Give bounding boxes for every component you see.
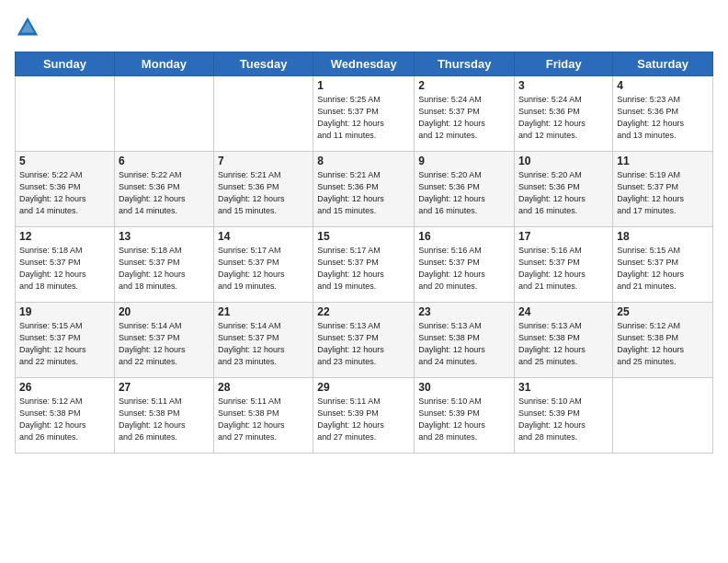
calendar-day-cell: 20Sunrise: 5:14 AM Sunset: 5:37 PM Dayli… (114, 303, 213, 378)
day-number: 8 (317, 155, 410, 167)
day-info: Sunrise: 5:22 AM Sunset: 5:36 PM Dayligh… (119, 169, 210, 217)
calendar-day-cell: 27Sunrise: 5:11 AM Sunset: 5:38 PM Dayli… (114, 378, 213, 454)
page-container: SundayMondayTuesdayWednesdayThursdayFrid… (0, 0, 728, 461)
day-info: Sunrise: 5:25 AM Sunset: 5:37 PM Dayligh… (317, 94, 410, 142)
calendar-week-row: 12Sunrise: 5:18 AM Sunset: 5:37 PM Dayli… (16, 227, 713, 303)
calendar-day-cell: 1Sunrise: 5:25 AM Sunset: 5:37 PM Daylig… (313, 76, 415, 152)
calendar-day-cell: 2Sunrise: 5:24 AM Sunset: 5:37 PM Daylig… (415, 76, 515, 152)
calendar-day-cell: 24Sunrise: 5:13 AM Sunset: 5:38 PM Dayli… (515, 303, 613, 378)
logo-icon (15, 15, 40, 40)
day-number: 11 (617, 155, 709, 167)
calendar-day-cell: 8Sunrise: 5:21 AM Sunset: 5:36 PM Daylig… (313, 152, 415, 227)
day-header: Saturday (613, 52, 713, 76)
day-info: Sunrise: 5:16 AM Sunset: 5:37 PM Dayligh… (418, 245, 510, 293)
day-number: 30 (418, 381, 510, 394)
day-info: Sunrise: 5:21 AM Sunset: 5:36 PM Dayligh… (317, 169, 410, 217)
day-number: 22 (317, 305, 410, 318)
calendar-day-cell: 23Sunrise: 5:13 AM Sunset: 5:38 PM Dayli… (415, 303, 515, 378)
day-number: 23 (418, 305, 510, 318)
day-header: Sunday (16, 52, 115, 76)
day-number: 27 (119, 381, 210, 394)
calendar-day-cell: 30Sunrise: 5:10 AM Sunset: 5:39 PM Dayli… (415, 378, 515, 454)
calendar-table: SundayMondayTuesdayWednesdayThursdayFrid… (15, 52, 713, 454)
calendar-day-cell (213, 76, 313, 152)
day-number: 10 (518, 155, 609, 167)
day-number: 16 (418, 230, 510, 243)
day-info: Sunrise: 5:17 AM Sunset: 5:37 PM Dayligh… (317, 245, 410, 293)
calendar-week-row: 19Sunrise: 5:15 AM Sunset: 5:37 PM Dayli… (16, 303, 713, 378)
day-info: Sunrise: 5:14 AM Sunset: 5:37 PM Dayligh… (218, 320, 309, 368)
day-info: Sunrise: 5:18 AM Sunset: 5:37 PM Dayligh… (119, 245, 210, 293)
calendar-day-cell: 14Sunrise: 5:17 AM Sunset: 5:37 PM Dayli… (213, 227, 313, 303)
day-number: 4 (617, 79, 709, 92)
day-info: Sunrise: 5:19 AM Sunset: 5:37 PM Dayligh… (617, 169, 709, 217)
day-info: Sunrise: 5:20 AM Sunset: 5:36 PM Dayligh… (518, 169, 609, 217)
day-info: Sunrise: 5:24 AM Sunset: 5:36 PM Dayligh… (518, 94, 609, 142)
calendar-day-cell (114, 76, 213, 152)
day-info: Sunrise: 5:16 AM Sunset: 5:37 PM Dayligh… (518, 245, 609, 293)
day-info: Sunrise: 5:20 AM Sunset: 5:36 PM Dayligh… (418, 169, 510, 217)
day-info: Sunrise: 5:17 AM Sunset: 5:37 PM Dayligh… (218, 245, 309, 293)
day-info: Sunrise: 5:11 AM Sunset: 5:39 PM Dayligh… (317, 396, 410, 443)
day-number: 28 (218, 381, 309, 394)
day-number: 17 (518, 230, 609, 243)
day-info: Sunrise: 5:15 AM Sunset: 5:37 PM Dayligh… (617, 245, 709, 293)
calendar-day-cell: 19Sunrise: 5:15 AM Sunset: 5:37 PM Dayli… (16, 303, 115, 378)
calendar-header: SundayMondayTuesdayWednesdayThursdayFrid… (16, 52, 713, 76)
day-number: 19 (19, 305, 110, 318)
calendar-day-cell: 3Sunrise: 5:24 AM Sunset: 5:36 PM Daylig… (515, 76, 613, 152)
day-header: Monday (114, 52, 213, 76)
day-info: Sunrise: 5:18 AM Sunset: 5:37 PM Dayligh… (19, 245, 110, 293)
day-header: Friday (515, 52, 613, 76)
calendar-day-cell: 28Sunrise: 5:11 AM Sunset: 5:38 PM Dayli… (213, 378, 313, 454)
calendar-week-row: 5Sunrise: 5:22 AM Sunset: 5:36 PM Daylig… (16, 152, 713, 227)
calendar-week-row: 26Sunrise: 5:12 AM Sunset: 5:38 PM Dayli… (16, 378, 713, 454)
day-number: 26 (19, 381, 110, 394)
day-number: 2 (418, 79, 510, 92)
day-number: 21 (218, 305, 309, 318)
day-number: 24 (518, 305, 609, 318)
day-number: 1 (317, 79, 410, 92)
day-number: 15 (317, 230, 410, 243)
calendar-day-cell: 25Sunrise: 5:12 AM Sunset: 5:38 PM Dayli… (613, 303, 713, 378)
day-header: Tuesday (213, 52, 313, 76)
calendar-day-cell: 9Sunrise: 5:20 AM Sunset: 5:36 PM Daylig… (415, 152, 515, 227)
day-number: 6 (119, 155, 210, 167)
calendar-week-row: 1Sunrise: 5:25 AM Sunset: 5:37 PM Daylig… (16, 76, 713, 152)
day-info: Sunrise: 5:21 AM Sunset: 5:36 PM Dayligh… (218, 169, 309, 217)
calendar-day-cell: 21Sunrise: 5:14 AM Sunset: 5:37 PM Dayli… (213, 303, 313, 378)
day-number: 14 (218, 230, 309, 243)
day-info: Sunrise: 5:22 AM Sunset: 5:36 PM Dayligh… (19, 169, 110, 217)
calendar-day-cell: 26Sunrise: 5:12 AM Sunset: 5:38 PM Dayli… (16, 378, 115, 454)
day-number: 29 (317, 381, 410, 394)
calendar-day-cell: 7Sunrise: 5:21 AM Sunset: 5:36 PM Daylig… (213, 152, 313, 227)
calendar-body: 1Sunrise: 5:25 AM Sunset: 5:37 PM Daylig… (16, 76, 713, 454)
day-header: Wednesday (313, 52, 415, 76)
day-info: Sunrise: 5:10 AM Sunset: 5:39 PM Dayligh… (418, 396, 510, 443)
calendar-day-cell: 11Sunrise: 5:19 AM Sunset: 5:37 PM Dayli… (613, 152, 713, 227)
day-info: Sunrise: 5:11 AM Sunset: 5:38 PM Dayligh… (119, 396, 210, 443)
day-number: 18 (617, 230, 709, 243)
day-info: Sunrise: 5:23 AM Sunset: 5:36 PM Dayligh… (617, 94, 709, 142)
day-header: Thursday (415, 52, 515, 76)
calendar-day-cell: 6Sunrise: 5:22 AM Sunset: 5:36 PM Daylig… (114, 152, 213, 227)
calendar-day-cell: 4Sunrise: 5:23 AM Sunset: 5:36 PM Daylig… (613, 76, 713, 152)
day-info: Sunrise: 5:11 AM Sunset: 5:38 PM Dayligh… (218, 396, 309, 443)
calendar-day-cell: 12Sunrise: 5:18 AM Sunset: 5:37 PM Dayli… (16, 227, 115, 303)
day-number: 12 (19, 230, 110, 243)
day-number: 25 (617, 305, 709, 318)
day-number: 7 (218, 155, 309, 167)
header-row: SundayMondayTuesdayWednesdayThursdayFrid… (16, 52, 713, 76)
logo (15, 15, 42, 40)
day-info: Sunrise: 5:15 AM Sunset: 5:37 PM Dayligh… (19, 320, 110, 368)
calendar-day-cell: 15Sunrise: 5:17 AM Sunset: 5:37 PM Dayli… (313, 227, 415, 303)
day-info: Sunrise: 5:13 AM Sunset: 5:38 PM Dayligh… (418, 320, 510, 368)
day-number: 31 (518, 381, 609, 394)
calendar-day-cell: 22Sunrise: 5:13 AM Sunset: 5:37 PM Dayli… (313, 303, 415, 378)
calendar-day-cell: 5Sunrise: 5:22 AM Sunset: 5:36 PM Daylig… (16, 152, 115, 227)
day-info: Sunrise: 5:13 AM Sunset: 5:38 PM Dayligh… (518, 320, 609, 368)
calendar-day-cell: 13Sunrise: 5:18 AM Sunset: 5:37 PM Dayli… (114, 227, 213, 303)
day-number: 13 (119, 230, 210, 243)
day-number: 5 (19, 155, 110, 167)
day-info: Sunrise: 5:10 AM Sunset: 5:39 PM Dayligh… (518, 396, 609, 443)
